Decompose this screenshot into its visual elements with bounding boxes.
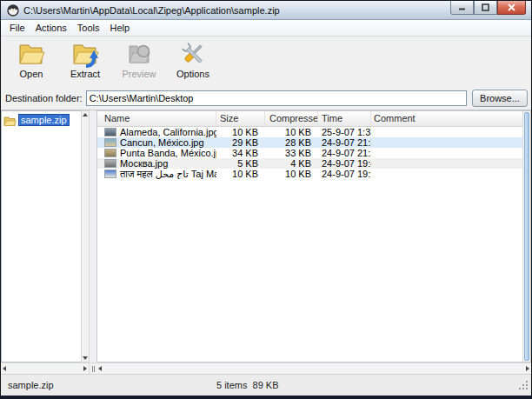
scrollbar-thumb[interactable] (524, 112, 529, 361)
file-compressed-cell: 10 KB (265, 169, 318, 179)
scroll-up-arrow-icon[interactable] (83, 113, 88, 116)
photo-thumbnail-icon (104, 170, 116, 178)
file-compressed-cell: 33 KB (265, 148, 318, 158)
toolbar-button-label: Options (176, 69, 209, 79)
file-list: NameSizeCompressedTimeComment Alameda, C… (97, 111, 522, 362)
photo-thumbnail-icon (104, 128, 116, 136)
file-time-cell: 24-9-07 21:38 (318, 148, 371, 158)
tree-item-sample-zip[interactable]: sample.zip (3, 113, 81, 127)
table-row[interactable]: Cancun, México.jpg29 KB28 KB24-9-07 21:3… (97, 137, 522, 148)
maximize-button[interactable] (474, 1, 497, 15)
minimize-button[interactable] (450, 1, 474, 15)
file-size-cell: 29 KB (216, 137, 265, 148)
file-size-cell: 10 KB (216, 169, 265, 179)
panes: sample.zip NameSizeCompressedTimeComment… (1, 110, 531, 362)
menu-item-file[interactable]: File (4, 21, 30, 35)
list-horizontal-scrollbar[interactable] (96, 363, 531, 374)
table-row[interactable]: Punta Banda, México.jpg34 KB33 KB24-9-07… (97, 148, 522, 158)
toolbar-button-label: Open (20, 69, 43, 79)
file-compressed-cell: 10 KB (265, 127, 318, 137)
file-size-cell: 10 KB (216, 127, 265, 137)
destination-row: Destination folder: Browse... (1, 88, 531, 110)
toolbar-button-label: Preview (122, 69, 156, 79)
file-name-cell: Москва.jpg (97, 158, 216, 169)
list-vertical-scrollbar[interactable] (522, 111, 530, 362)
status-archive-name: sample.zip (1, 380, 54, 390)
preview-button: Preview (112, 38, 166, 83)
menu-item-tools[interactable]: Tools (72, 21, 105, 35)
preview-icon (125, 40, 153, 68)
toolbar-button-label: Extract (70, 69, 100, 79)
file-list-header: NameSizeCompressedTimeComment (97, 111, 522, 127)
tree-vertical-scrollbar[interactable] (81, 110, 90, 362)
menu-bar: FileActionsToolsHelp (1, 20, 531, 37)
file-time-cell: 24-9-07 19:42 (318, 158, 371, 169)
destination-label: Destination folder: (5, 93, 83, 103)
scroll-left-arrow-icon[interactable] (3, 366, 6, 371)
photo-thumbnail-icon (104, 159, 116, 168)
zipeg-window: C:\Users\Martin\AppData\Local\Zipeg\Appl… (0, 0, 532, 399)
scroll-right-arrow-icon[interactable] (526, 366, 529, 371)
file-compressed-cell: 28 KB (265, 137, 318, 148)
file-name-cell: ताज महल تاج محل Taj Mahal.jpg (97, 169, 216, 179)
file-name: ताज महल تاج محل Taj Mahal.jpg (120, 169, 216, 179)
file-name-cell: Cancun, México.jpg (97, 137, 216, 148)
options-icon (179, 40, 207, 68)
column-header-comment[interactable]: Comment (371, 111, 522, 126)
status-item-summary: 5 items 89 KB (216, 380, 279, 390)
open-button[interactable]: Open (4, 38, 58, 83)
column-header-name[interactable]: Name (97, 111, 216, 126)
menu-item-actions[interactable]: Actions (30, 21, 72, 35)
title-bar[interactable]: C:\Users\Martin\AppData\Local\Zipeg\Appl… (1, 1, 531, 20)
photo-thumbnail-icon (104, 138, 116, 147)
file-size-cell: 34 KB (216, 148, 265, 158)
table-row[interactable]: Москва.jpg5 KB4 KB24-9-07 19:42 (97, 158, 522, 169)
zipeg-penguin-icon (7, 4, 19, 17)
table-row[interactable]: ताज महल تاج محل Taj Mahal.jpg10 KB10 KB2… (97, 169, 522, 179)
photo-thumbnail-icon (104, 149, 116, 157)
file-time-cell: 25-9-07 1:33 (318, 127, 371, 137)
file-size-cell: 5 KB (216, 158, 265, 169)
file-name: Punta Banda, México.jpg (120, 148, 216, 158)
window-title: C:\Users\Martin\AppData\Local\Zipeg\Appl… (23, 5, 280, 16)
scroll-left-arrow-icon[interactable] (98, 366, 102, 371)
browse-button[interactable]: Browse... (472, 90, 528, 107)
column-header-compressed[interactable]: Compressed (265, 111, 318, 126)
column-header-size[interactable]: Size (216, 111, 265, 126)
file-list-wrap: NameSizeCompressedTimeComment Alameda, C… (96, 110, 531, 362)
tree-item-label: sample.zip (18, 114, 70, 126)
splitter-grip-icon[interactable] (90, 363, 96, 374)
tree-horizontal-scrollbar[interactable] (1, 363, 90, 374)
file-name: Alameda, California.jpg (120, 127, 216, 137)
file-time-cell: 24-9-07 19:50 (318, 169, 371, 179)
file-name-cell: Alameda, California.jpg (97, 127, 216, 137)
pane-splitter[interactable] (90, 110, 96, 362)
extract-folder-icon (71, 40, 99, 68)
status-bar: sample.zip 5 items 89 KB (1, 374, 531, 396)
open-folder-icon (17, 40, 45, 68)
table-row[interactable]: Alameda, California.jpg10 KB10 KB25-9-07… (97, 127, 522, 137)
menu-item-help[interactable]: Help (105, 21, 136, 35)
close-button[interactable] (497, 1, 526, 15)
extract-button[interactable]: Extract (58, 38, 112, 83)
file-compressed-cell: 4 KB (265, 158, 318, 169)
file-time-cell: 24-9-07 21:38 (318, 137, 371, 148)
file-list-body: Alameda, California.jpg10 KB10 KB25-9-07… (97, 127, 522, 179)
open-folder-icon (3, 115, 17, 125)
file-name-cell: Punta Banda, México.jpg (97, 148, 216, 158)
file-name: Cancun, México.jpg (120, 137, 204, 148)
resize-grip-icon[interactable] (519, 378, 529, 394)
horizontal-scrollbars (1, 362, 531, 374)
scroll-right-arrow-icon[interactable] (83, 366, 87, 371)
destination-folder-input[interactable] (86, 90, 467, 106)
file-name: Москва.jpg (120, 158, 168, 169)
column-header-time[interactable]: Time (318, 111, 371, 126)
toolbar: OpenExtractPreviewOptions (1, 37, 531, 88)
scroll-down-arrow-icon[interactable] (83, 356, 88, 360)
options-button[interactable]: Options (166, 38, 220, 83)
archive-tree: sample.zip (1, 110, 81, 362)
